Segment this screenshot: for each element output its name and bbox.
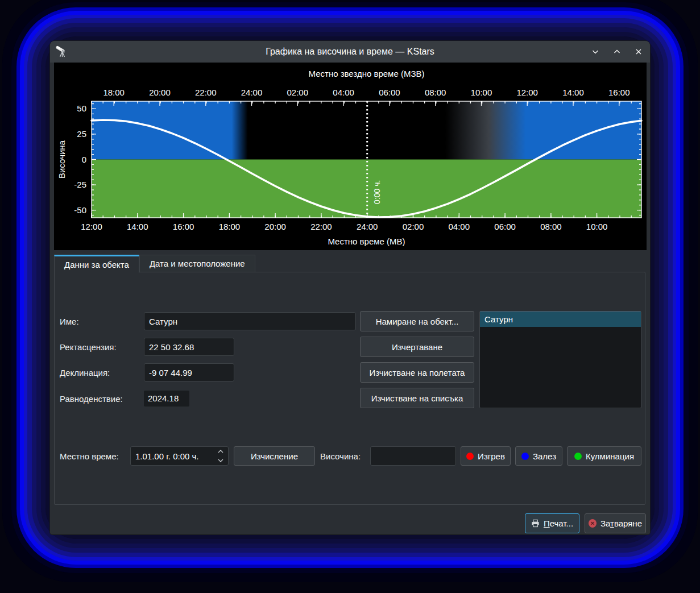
svg-text:12:00: 12:00 bbox=[516, 88, 538, 97]
transit-dot-icon bbox=[574, 453, 582, 460]
close-dialog-button[interactable]: ✕ Затваряне bbox=[585, 513, 646, 533]
print-label: Печат... bbox=[544, 519, 573, 528]
now-line-label: 0:00 ч. bbox=[372, 180, 382, 204]
rise-dot-icon bbox=[466, 453, 474, 460]
svg-text:24:00: 24:00 bbox=[357, 222, 378, 231]
tab-object-data[interactable]: Данни за обекта bbox=[54, 255, 139, 273]
titlebar[interactable]: Графика на височина и време — KStars bbox=[50, 41, 650, 63]
svg-text:12:00: 12:00 bbox=[81, 222, 102, 231]
svg-text:20:00: 20:00 bbox=[149, 88, 171, 97]
svg-text:18:00: 18:00 bbox=[103, 88, 125, 97]
list-item-selected[interactable]: Сатурн bbox=[480, 312, 641, 327]
svg-text:22:00: 22:00 bbox=[310, 222, 332, 231]
svg-text:10:00: 10:00 bbox=[471, 88, 492, 97]
svg-text:-50: -50 bbox=[74, 205, 86, 215]
spin-down-icon[interactable] bbox=[217, 458, 225, 463]
svg-text:-25: -25 bbox=[74, 180, 86, 189]
dec-label: Деклинация: bbox=[60, 368, 110, 378]
compute-button[interactable]: Изчисление bbox=[234, 446, 315, 466]
altitude-vs-time-chart-area: 0:00 ч.12:0014:0016:0018:0020:0022:0024:… bbox=[54, 63, 647, 250]
dec-input[interactable] bbox=[144, 363, 234, 381]
local-time-spinbox[interactable] bbox=[130, 446, 229, 466]
find-object-button[interactable]: Намиране на обект... bbox=[360, 311, 474, 331]
epoch-label: Равноденствие: bbox=[60, 394, 123, 404]
spin-up-icon[interactable] bbox=[217, 449, 225, 454]
close-icon[interactable] bbox=[634, 47, 643, 56]
name-input[interactable] bbox=[144, 312, 356, 330]
svg-text:14:00: 14:00 bbox=[562, 88, 584, 97]
set-legend-label: Залез bbox=[533, 451, 556, 461]
ra-label: Ректасцензия: bbox=[60, 342, 117, 352]
rise-legend-label: Изгрев bbox=[478, 451, 505, 461]
svg-text:06:00: 06:00 bbox=[494, 222, 516, 231]
svg-text:16:00: 16:00 bbox=[173, 222, 194, 231]
print-button[interactable]: Печат... bbox=[525, 513, 579, 533]
tab-date-location[interactable]: Дата и местоположение bbox=[139, 255, 255, 272]
svg-text:14:00: 14:00 bbox=[127, 222, 148, 231]
local-time-label: Местно време: bbox=[60, 451, 119, 461]
minimize-icon[interactable] bbox=[591, 47, 600, 56]
svg-text:08:00: 08:00 bbox=[425, 88, 446, 97]
maximize-icon[interactable] bbox=[612, 47, 622, 56]
top-axis-title: Местно звездно време (МЗВ) bbox=[309, 69, 425, 78]
clear-list-button[interactable]: Изчистване на списъка bbox=[360, 388, 474, 408]
svg-text:20:00: 20:00 bbox=[264, 222, 286, 231]
svg-text:06:00: 06:00 bbox=[379, 88, 400, 97]
svg-text:04:00: 04:00 bbox=[449, 222, 470, 231]
svg-text:16:00: 16:00 bbox=[608, 88, 630, 97]
name-label: Име: bbox=[60, 317, 79, 326]
close-label: Затваряне bbox=[600, 519, 642, 528]
svg-text:25: 25 bbox=[77, 129, 86, 139]
bottom-axis-title: Местно време (МВ) bbox=[328, 237, 405, 246]
object-list[interactable]: Сатурн bbox=[479, 311, 641, 408]
svg-text:0: 0 bbox=[82, 155, 86, 164]
svg-text:24:00: 24:00 bbox=[241, 88, 263, 97]
svg-text:08:00: 08:00 bbox=[540, 222, 562, 231]
svg-text:10:00: 10:00 bbox=[586, 222, 608, 231]
spinner-arrows[interactable] bbox=[217, 449, 225, 463]
svg-text:50: 50 bbox=[77, 103, 86, 113]
printer-icon bbox=[531, 519, 540, 528]
altitude-input[interactable] bbox=[370, 446, 456, 466]
set-legend-button[interactable]: Залез bbox=[515, 446, 562, 466]
clear-fields-button[interactable]: Изчистване на полетата bbox=[360, 362, 474, 383]
ra-input[interactable] bbox=[144, 338, 234, 356]
transit-legend-label: Кулминация bbox=[586, 451, 634, 461]
set-dot-icon bbox=[521, 453, 529, 460]
dialog-button-box: Печат... ✕ Затваряне bbox=[525, 513, 646, 533]
svg-text:22:00: 22:00 bbox=[195, 88, 217, 97]
object-data-pane: Име: Ректасцензия: Деклинация: Равноденс… bbox=[54, 272, 645, 505]
window-title: Графика на височина и време — KStars bbox=[50, 47, 650, 57]
altitude-label: Височина: bbox=[320, 451, 361, 461]
rise-legend-button[interactable]: Изгрев bbox=[461, 446, 511, 466]
kstars-altitude-time-window: Графика на височина и време — KStars 0:0… bbox=[50, 41, 650, 534]
altitude-chart: 0:00 ч.12:0014:0016:0018:0020:0022:0024:… bbox=[54, 63, 647, 250]
local-time-input[interactable] bbox=[130, 446, 229, 466]
tabbar: Данни за обекта Дата и местоположение bbox=[54, 255, 255, 272]
svg-text:18:00: 18:00 bbox=[219, 222, 241, 231]
y-axis-title: Височина bbox=[57, 140, 67, 179]
close-circle-icon: ✕ bbox=[589, 519, 597, 528]
svg-text:02:00: 02:00 bbox=[403, 222, 424, 231]
svg-text:02:00: 02:00 bbox=[287, 88, 309, 97]
plot-button[interactable]: Изчертаване bbox=[360, 337, 474, 357]
svg-text:04:00: 04:00 bbox=[333, 88, 354, 97]
transit-legend-button[interactable]: Кулминация bbox=[567, 446, 641, 466]
epoch-value: 2024.18 bbox=[144, 391, 189, 407]
